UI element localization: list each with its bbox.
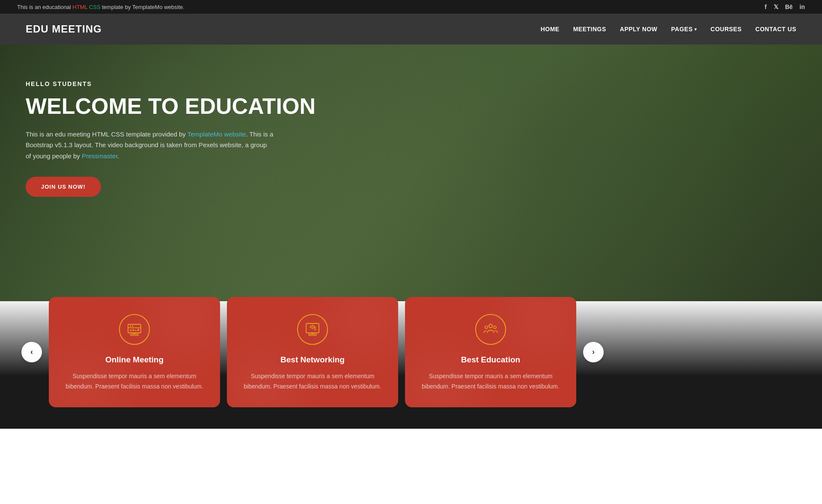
linkedin-icon[interactable]: in xyxy=(800,3,805,10)
site-logo[interactable]: EDU MEETING xyxy=(26,23,102,35)
next-icon: › xyxy=(592,347,595,356)
nav-pages[interactable]: PAGES ▾ xyxy=(671,26,697,33)
top-bar-message: This is an educational HTML CSS template… xyxy=(17,4,185,10)
join-now-button[interactable]: JOIN US NOW! xyxy=(26,177,101,197)
nav-pages-label: PAGES xyxy=(671,26,693,33)
nav-contact-us[interactable]: CONTACT US xyxy=(755,26,796,33)
svg-rect-4 xyxy=(130,329,131,331)
card-best-networking: Best Networking Suspendisse tempor mauri… xyxy=(227,297,398,407)
nav-links-group: HOME MEETINGS APPLY NOW PAGES ▾ COURSES … xyxy=(541,26,796,33)
top-bar-html: HTML xyxy=(72,4,87,10)
svg-point-18 xyxy=(494,326,496,329)
hero-wrapper: HELLO STUDENTS WELCOME TO EDUCATION This… xyxy=(0,44,822,429)
svg-rect-9 xyxy=(131,334,138,335)
top-bar-text-after: template by TemplateMo website. xyxy=(101,4,185,10)
card-best-education: Best Education Suspendisse tempor mauris… xyxy=(405,297,576,407)
carousel-prev-button[interactable]: ‹ xyxy=(21,342,42,362)
hero-description: This is an edu meeting HTML CSS template… xyxy=(26,129,274,162)
svg-rect-0 xyxy=(128,324,141,333)
card-online-meeting-text: Suspendisse tempor mauris a sem elementu… xyxy=(62,371,207,392)
best-networking-icon xyxy=(297,314,328,345)
nav-courses[interactable]: COURSES xyxy=(711,26,742,33)
pressmaster-link[interactable]: Pressmaster xyxy=(82,152,117,160)
navbar: EDU MEETING HOME MEETINGS APPLY NOW PAGE… xyxy=(0,14,822,44)
svg-rect-10 xyxy=(306,323,319,333)
top-bar-css: CSS xyxy=(89,4,101,10)
templatemo-link[interactable]: TemplateMo website xyxy=(188,130,246,138)
online-meeting-icon xyxy=(119,314,150,345)
best-education-icon xyxy=(475,314,506,345)
hero-content: HELLO STUDENTS WELCOME TO EDUCATION This… xyxy=(26,80,316,197)
prev-icon: ‹ xyxy=(30,347,33,356)
card-best-networking-text: Suspendisse tempor mauris a sem elementu… xyxy=(240,371,385,392)
hero-section: HELLO STUDENTS WELCOME TO EDUCATION This… xyxy=(0,44,822,301)
behance-icon[interactable]: Bē xyxy=(785,3,793,10)
carousel-next-button[interactable]: › xyxy=(583,342,604,362)
svg-point-14 xyxy=(312,326,313,328)
hero-title: WELCOME TO EDUCATION xyxy=(26,94,316,119)
nav-meetings[interactable]: MEETINGS xyxy=(573,26,606,33)
top-bar-text-before: This is an educational xyxy=(17,4,72,10)
card-online-meeting-title: Online Meeting xyxy=(62,355,207,365)
card-best-education-text: Suspendisse tempor mauris a sem elementu… xyxy=(418,371,563,392)
card-best-networking-title: Best Networking xyxy=(240,355,385,365)
svg-line-11 xyxy=(311,333,314,335)
svg-point-16 xyxy=(489,324,492,328)
card-online-meeting: Online Meeting Suspendisse tempor mauris… xyxy=(49,297,220,407)
svg-rect-6 xyxy=(135,330,137,331)
svg-point-17 xyxy=(485,326,488,329)
cards-section: ‹ Online Meeting Susp xyxy=(0,297,822,429)
facebook-icon[interactable]: f xyxy=(765,3,767,10)
svg-rect-7 xyxy=(137,329,139,331)
hero-subtitle: HELLO STUDENTS xyxy=(26,80,316,87)
hero-desc-part3: . xyxy=(117,152,119,160)
svg-rect-5 xyxy=(132,329,134,331)
top-bar: This is an educational HTML CSS template… xyxy=(0,0,822,14)
svg-point-2 xyxy=(130,326,131,327)
nav-home[interactable]: HOME xyxy=(541,26,560,33)
svg-marker-13 xyxy=(310,325,315,329)
hero-desc-part1: This is an edu meeting HTML CSS template… xyxy=(26,130,188,138)
card-best-education-title: Best Education xyxy=(418,355,563,365)
svg-rect-12 xyxy=(309,334,316,335)
chevron-down-icon: ▾ xyxy=(694,27,697,32)
svg-line-8 xyxy=(133,333,136,335)
twitter-icon[interactable]: 𝕏 xyxy=(774,3,778,10)
nav-apply-now[interactable]: APPLY NOW xyxy=(620,26,658,33)
svg-point-3 xyxy=(132,326,134,327)
social-icons-group: f 𝕏 Bē in xyxy=(765,3,805,10)
